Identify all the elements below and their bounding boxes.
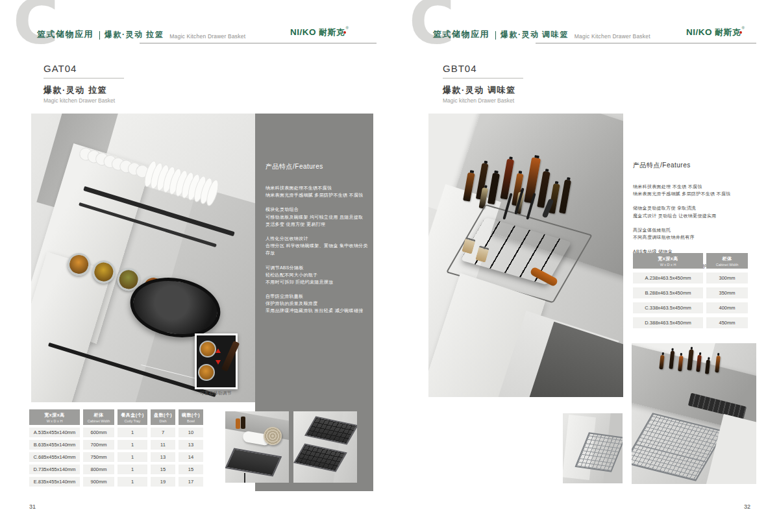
rail-shape <box>244 473 245 483</box>
table-header-cell: 宽x深x高W x D x H <box>29 409 80 425</box>
table-row: D.735x455x140mm800mm11515 <box>29 465 203 474</box>
brand-logo-text: NI/KO <box>686 27 712 37</box>
table-header-cn: 柜体 <box>84 412 114 418</box>
feature-line: 自带防尘滑轨盖板 <box>266 293 368 300</box>
table-cell: 450mm <box>706 317 748 328</box>
feature-paragraph: 纳米科技表面处理 不生锈 不腐蚀纳米表面光滑手感细腻 多层防护不生锈 不腐蚀 <box>633 183 756 197</box>
bottle-shape <box>463 173 475 202</box>
table-cell: C.685x455x140mm <box>29 452 80 462</box>
feature-line: 合理分区 科学收纳碗碟架、置物盒 集中收纳分类存放 <box>266 242 368 256</box>
table-row: B.288x463.5x450mm350mm <box>633 287 748 298</box>
header-category: 篮式储物应用 <box>433 29 489 40</box>
spec-table-right: 宽x深x高W x D x H柜体Cabinet WidthA.238x463.5… <box>633 253 748 328</box>
feature-paragraph: 模块化灵动组合可移动底板及碗碟架 均可独立使用 且随意提取灵活多变 使用方便 更… <box>266 206 368 228</box>
table-cell: 750mm <box>83 452 114 462</box>
table-row: C.338x463.5x450mm400mm <box>633 302 748 313</box>
table-header-cell: 柜体Cabinet Width <box>83 409 114 425</box>
table-cell: 7 <box>151 428 175 437</box>
table-cell: 11 <box>151 440 175 450</box>
plate-stack-shape <box>264 427 282 445</box>
header-title-en: Magic Kitchen Drawer Basket <box>575 33 650 40</box>
feature-line: 模块化灵动组合 <box>266 206 368 213</box>
feature-line: 轻松匹配不同大小的瓶子 <box>266 271 368 278</box>
feature-paragraph: 自带防尘滑轨盖板保护滑轨的质量及顺滑度采用品牌缓冲隐藏滑轨 推拉轻柔 减少碗碟碰… <box>266 293 368 315</box>
header-rule <box>140 43 377 43</box>
bottle-shape <box>669 351 674 369</box>
table-cell: C.338x463.5x450mm <box>633 302 703 313</box>
table-cell: 1 <box>117 452 147 462</box>
table-header-cn: 餐具盒(个) <box>118 412 147 418</box>
feature-line: 可调节ABS分隔板 <box>266 264 368 271</box>
table-header-cell: 宽x深x高W x D x H <box>633 253 703 269</box>
header-divider <box>99 31 100 40</box>
feature-line: 魔盒式设计 灵动组合 让收纳更便捷实用 <box>633 212 756 219</box>
model-underline <box>43 78 124 79</box>
table-cell: 15 <box>151 465 175 474</box>
table-cell: 14 <box>179 452 203 462</box>
brand-logo: NI/KO 耐斯克 ® <box>686 27 745 38</box>
table-cell: 13 <box>151 452 175 462</box>
table-header-en: W x D x H <box>30 419 79 423</box>
feature-line: 采用品牌缓冲隐藏滑轨 推拉轻柔 减少碗碟碰撞 <box>266 307 368 314</box>
brand-logo-cn: 耐斯克 <box>715 27 741 38</box>
table-row: E.835x455x140mm900mm11917 <box>29 477 203 487</box>
feature-line: 纳米表面光滑手感细腻 多层防护不生锈 不腐蚀 <box>266 191 368 199</box>
table-header-cell: 柜体Cabinet Width <box>706 253 748 269</box>
arrow-down-icon <box>216 360 221 365</box>
feature-line: 纳米表面光滑手感细腻 多层防护不生锈 不腐蚀 <box>633 190 756 197</box>
brand-logo: NI/KO 耐斯克 ® <box>290 27 349 38</box>
canister-shape <box>198 364 215 381</box>
header-title-cn: 爆款·灵动 拉篮 <box>105 29 164 40</box>
table-cell: D.388x463.5x450mm <box>633 317 703 328</box>
page-number-left: 31 <box>29 503 36 510</box>
feature-paragraph: 可调节ABS分隔板轻松匹配不同大小的瓶子不用时可拆卸 拒绝约束随意摆放 <box>266 264 368 286</box>
bottle-shape <box>659 355 664 370</box>
header-title-cn: 爆款·灵动 调味篮 <box>501 29 569 40</box>
callout-inset-photo <box>195 333 238 389</box>
bottle-shape <box>687 349 693 370</box>
product-name-en: Magic kitchen Drawer Basket <box>443 97 523 104</box>
bottle-shape <box>705 359 710 374</box>
table-cell: 10 <box>179 428 203 437</box>
feature-line: 可移动底板及碗碟架 均可独立使用 且随意提取 <box>266 213 368 221</box>
table-cell: 300mm <box>706 272 748 284</box>
header-category: 篮式储物应用 <box>37 29 93 40</box>
model-code: GAT04 <box>43 63 124 74</box>
table-header-en: Bowl <box>179 419 203 423</box>
feature-line: 保护滑轨的质量及顺滑度 <box>266 300 368 307</box>
table-header-row: 宽x深x高W x D x H柜体Cabinet Width <box>633 253 748 269</box>
feature-line: 灵活多变 使用方便 更易打理 <box>266 221 368 228</box>
detail-photo-left-1 <box>225 411 289 483</box>
table-row: C.685x455x140mm750mm11314 <box>29 452 203 462</box>
table-header-row: 宽x深x高W x D x H柜体Cabinet Width餐具盒(个)Cutly… <box>29 409 203 425</box>
bottle-shape <box>715 356 721 372</box>
table-cell: 19 <box>151 477 175 487</box>
feature-line: 人性化分区收纳设计 <box>266 235 368 242</box>
detail-photo-left-2 <box>293 411 357 483</box>
product-name-cn: 爆款·灵动 拉篮 <box>43 84 124 96</box>
arrow-up-icon <box>216 348 221 353</box>
corner-c-glyph: C <box>409 0 454 53</box>
bottle-shape <box>696 355 702 372</box>
corner-c-glyph: C <box>13 0 58 53</box>
header-rule <box>536 43 756 43</box>
feature-paragraph: 储物盒灵动提取方便 拿取清洗魔盒式设计 灵动组合 让收纳更便捷实用 <box>633 204 756 219</box>
table-cell: A.535x455x140mm <box>29 428 80 437</box>
header-divider <box>495 31 496 40</box>
table-cell: 700mm <box>83 440 114 450</box>
canister-shape <box>199 341 216 357</box>
table-row: D.388x463.5x450mm450mm <box>633 317 748 328</box>
feature-line: 纳米科技表面处理不生锈不腐蚀 <box>266 184 368 191</box>
table-cell: 13 <box>179 440 203 450</box>
catalog-spread: C 篮式储物应用 爆款·灵动 拉篮 Magic Kitchen Drawer B… <box>0 0 779 532</box>
feature-line: 不同高度调味瓶收纳井然有序 <box>633 234 756 241</box>
features-title: 产品特点/Features <box>633 161 756 170</box>
table-header-cn: 宽x深x高 <box>30 412 79 418</box>
table-header-en: Cutly Tray <box>118 419 147 423</box>
bottle-shape <box>559 180 571 214</box>
callout-caption: 可左右移动调节 <box>184 390 247 396</box>
table-cell: 17 <box>179 477 203 487</box>
page-header-left: 篮式储物应用 爆款·灵动 拉篮 Magic Kitchen Drawer Bas… <box>37 29 245 40</box>
feature-line: 纳米科技表面处理 不生锈 不腐蚀 <box>633 183 756 190</box>
table-cell: B.288x463.5x450mm <box>633 287 703 298</box>
